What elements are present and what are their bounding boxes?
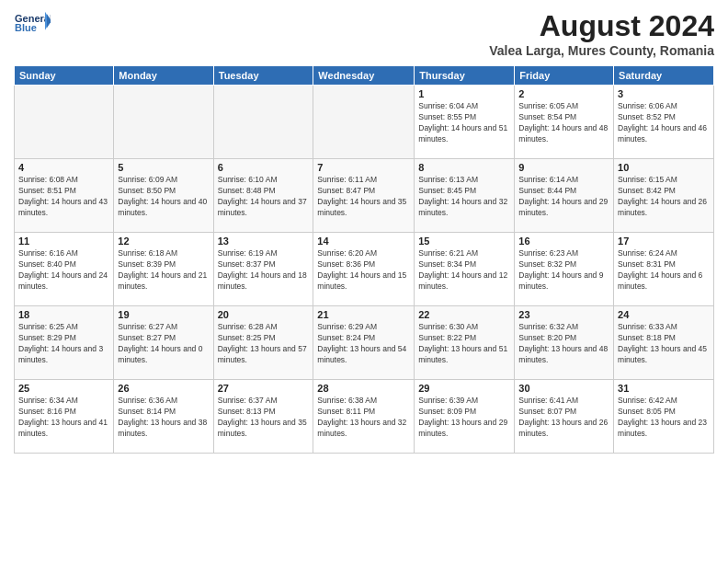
day-info: Sunrise: 6:16 AMSunset: 8:40 PMDaylight:… bbox=[18, 248, 109, 293]
day-number: 21 bbox=[317, 309, 410, 320]
calendar-cell: 16Sunrise: 6:23 AMSunset: 8:32 PMDayligh… bbox=[515, 233, 614, 306]
calendar-week-row: 1Sunrise: 6:04 AMSunset: 8:55 PMDaylight… bbox=[15, 86, 714, 159]
weekday-header: Wednesday bbox=[313, 66, 415, 86]
calendar-cell: 5Sunrise: 6:09 AMSunset: 8:50 PMDaylight… bbox=[114, 159, 213, 233]
day-info: Sunrise: 6:36 AMSunset: 8:14 PMDaylight:… bbox=[118, 396, 209, 440]
day-info: Sunrise: 6:05 AMSunset: 8:54 PMDaylight:… bbox=[518, 101, 609, 145]
month-year-title: August 2024 bbox=[489, 9, 714, 43]
calendar-cell: 26Sunrise: 6:36 AMSunset: 8:14 PMDayligh… bbox=[114, 380, 213, 454]
day-info: Sunrise: 6:08 AMSunset: 8:51 PMDaylight:… bbox=[18, 175, 109, 219]
calendar-cell: 23Sunrise: 6:32 AMSunset: 8:20 PMDayligh… bbox=[515, 306, 614, 380]
day-info: Sunrise: 6:11 AMSunset: 8:47 PMDaylight:… bbox=[317, 175, 410, 219]
calendar-cell: 20Sunrise: 6:28 AMSunset: 8:25 PMDayligh… bbox=[213, 306, 313, 380]
weekday-header: Monday bbox=[114, 66, 213, 86]
day-info: Sunrise: 6:27 AMSunset: 8:27 PMDaylight:… bbox=[118, 322, 209, 366]
day-number: 13 bbox=[218, 236, 310, 247]
calendar-week-row: 11Sunrise: 6:16 AMSunset: 8:40 PMDayligh… bbox=[15, 233, 714, 306]
calendar-cell: 12Sunrise: 6:18 AMSunset: 8:39 PMDayligh… bbox=[114, 233, 213, 306]
day-info: Sunrise: 6:38 AMSunset: 8:11 PMDaylight:… bbox=[317, 396, 410, 440]
day-info: Sunrise: 6:29 AMSunset: 8:24 PMDaylight:… bbox=[317, 322, 410, 366]
calendar-cell bbox=[15, 86, 114, 159]
calendar-cell: 30Sunrise: 6:41 AMSunset: 8:07 PMDayligh… bbox=[515, 380, 614, 454]
header: General Blue August 2024 Valea Larga, Mu… bbox=[14, 9, 714, 58]
day-info: Sunrise: 6:34 AMSunset: 8:16 PMDaylight:… bbox=[18, 396, 109, 440]
calendar-cell: 7Sunrise: 6:11 AMSunset: 8:47 PMDaylight… bbox=[313, 159, 415, 233]
calendar-cell: 6Sunrise: 6:10 AMSunset: 8:48 PMDaylight… bbox=[213, 159, 313, 233]
calendar-cell: 17Sunrise: 6:24 AMSunset: 8:31 PMDayligh… bbox=[614, 233, 714, 306]
day-info: Sunrise: 6:24 AMSunset: 8:31 PMDaylight:… bbox=[618, 248, 710, 293]
day-number: 10 bbox=[618, 162, 710, 173]
svg-text:Blue: Blue bbox=[15, 22, 37, 33]
calendar-cell: 10Sunrise: 6:15 AMSunset: 8:42 PMDayligh… bbox=[614, 159, 714, 233]
day-number: 17 bbox=[618, 236, 710, 247]
weekday-header: Thursday bbox=[415, 66, 515, 86]
calendar-cell: 13Sunrise: 6:19 AMSunset: 8:37 PMDayligh… bbox=[213, 233, 313, 306]
calendar-cell: 14Sunrise: 6:20 AMSunset: 8:36 PMDayligh… bbox=[313, 233, 415, 306]
title-area: August 2024 Valea Larga, Mures County, R… bbox=[489, 9, 714, 58]
day-number: 11 bbox=[18, 236, 109, 247]
day-number: 18 bbox=[18, 309, 109, 320]
logo-svg: General Blue bbox=[14, 9, 51, 35]
day-number: 2 bbox=[518, 88, 609, 99]
calendar-cell: 1Sunrise: 6:04 AMSunset: 8:55 PMDaylight… bbox=[415, 86, 515, 159]
weekday-header: Sunday bbox=[15, 66, 114, 86]
day-number: 28 bbox=[317, 383, 410, 394]
day-info: Sunrise: 6:09 AMSunset: 8:50 PMDaylight:… bbox=[118, 175, 209, 219]
day-number: 7 bbox=[317, 162, 410, 173]
day-info: Sunrise: 6:39 AMSunset: 8:09 PMDaylight:… bbox=[418, 396, 510, 440]
calendar-week-row: 4Sunrise: 6:08 AMSunset: 8:51 PMDaylight… bbox=[15, 159, 714, 233]
day-info: Sunrise: 6:14 AMSunset: 8:44 PMDaylight:… bbox=[518, 175, 609, 219]
day-number: 14 bbox=[317, 236, 410, 247]
calendar-table: SundayMondayTuesdayWednesdayThursdayFrid… bbox=[14, 65, 714, 454]
calendar-cell bbox=[114, 86, 213, 159]
day-number: 5 bbox=[118, 162, 209, 173]
day-number: 23 bbox=[518, 309, 609, 320]
logo: General Blue bbox=[14, 9, 51, 35]
calendar-cell: 15Sunrise: 6:21 AMSunset: 8:34 PMDayligh… bbox=[415, 233, 515, 306]
day-number: 6 bbox=[218, 162, 310, 173]
day-info: Sunrise: 6:37 AMSunset: 8:13 PMDaylight:… bbox=[218, 396, 310, 440]
day-number: 26 bbox=[118, 383, 209, 394]
day-number: 9 bbox=[518, 162, 609, 173]
day-number: 25 bbox=[18, 383, 109, 394]
day-number: 19 bbox=[118, 309, 209, 320]
calendar-cell bbox=[213, 86, 313, 159]
day-number: 27 bbox=[218, 383, 310, 394]
day-number: 16 bbox=[518, 236, 609, 247]
day-number: 22 bbox=[418, 309, 510, 320]
day-info: Sunrise: 6:32 AMSunset: 8:20 PMDaylight:… bbox=[518, 322, 609, 366]
day-number: 12 bbox=[118, 236, 209, 247]
calendar-cell: 19Sunrise: 6:27 AMSunset: 8:27 PMDayligh… bbox=[114, 306, 213, 380]
calendar-cell: 3Sunrise: 6:06 AMSunset: 8:52 PMDaylight… bbox=[614, 86, 714, 159]
calendar-cell: 21Sunrise: 6:29 AMSunset: 8:24 PMDayligh… bbox=[313, 306, 415, 380]
day-info: Sunrise: 6:42 AMSunset: 8:05 PMDaylight:… bbox=[618, 396, 710, 440]
day-info: Sunrise: 6:06 AMSunset: 8:52 PMDaylight:… bbox=[618, 101, 710, 145]
day-info: Sunrise: 6:25 AMSunset: 8:29 PMDaylight:… bbox=[18, 322, 109, 366]
calendar-week-row: 18Sunrise: 6:25 AMSunset: 8:29 PMDayligh… bbox=[15, 306, 714, 380]
day-number: 31 bbox=[618, 383, 710, 394]
day-info: Sunrise: 6:13 AMSunset: 8:45 PMDaylight:… bbox=[418, 175, 510, 219]
page: General Blue August 2024 Valea Larga, Mu… bbox=[0, 0, 728, 563]
calendar-cell: 24Sunrise: 6:33 AMSunset: 8:18 PMDayligh… bbox=[614, 306, 714, 380]
calendar-cell bbox=[313, 86, 415, 159]
calendar-cell: 25Sunrise: 6:34 AMSunset: 8:16 PMDayligh… bbox=[15, 380, 114, 454]
day-info: Sunrise: 6:33 AMSunset: 8:18 PMDaylight:… bbox=[618, 322, 710, 366]
calendar-cell: 31Sunrise: 6:42 AMSunset: 8:05 PMDayligh… bbox=[614, 380, 714, 454]
day-number: 8 bbox=[418, 162, 510, 173]
calendar-week-row: 25Sunrise: 6:34 AMSunset: 8:16 PMDayligh… bbox=[15, 380, 714, 454]
day-info: Sunrise: 6:04 AMSunset: 8:55 PMDaylight:… bbox=[418, 101, 510, 145]
location-subtitle: Valea Larga, Mures County, Romania bbox=[489, 43, 714, 58]
day-number: 3 bbox=[618, 88, 710, 99]
day-number: 15 bbox=[418, 236, 510, 247]
day-number: 29 bbox=[418, 383, 510, 394]
day-info: Sunrise: 6:30 AMSunset: 8:22 PMDaylight:… bbox=[418, 322, 510, 366]
calendar-cell: 29Sunrise: 6:39 AMSunset: 8:09 PMDayligh… bbox=[415, 380, 515, 454]
calendar-cell: 27Sunrise: 6:37 AMSunset: 8:13 PMDayligh… bbox=[213, 380, 313, 454]
day-number: 30 bbox=[518, 383, 609, 394]
weekday-header: Tuesday bbox=[213, 66, 313, 86]
day-info: Sunrise: 6:18 AMSunset: 8:39 PMDaylight:… bbox=[118, 248, 209, 293]
calendar-cell: 8Sunrise: 6:13 AMSunset: 8:45 PMDaylight… bbox=[415, 159, 515, 233]
weekday-header: Friday bbox=[515, 66, 614, 86]
calendar-cell: 2Sunrise: 6:05 AMSunset: 8:54 PMDaylight… bbox=[515, 86, 614, 159]
day-info: Sunrise: 6:10 AMSunset: 8:48 PMDaylight:… bbox=[218, 175, 310, 219]
